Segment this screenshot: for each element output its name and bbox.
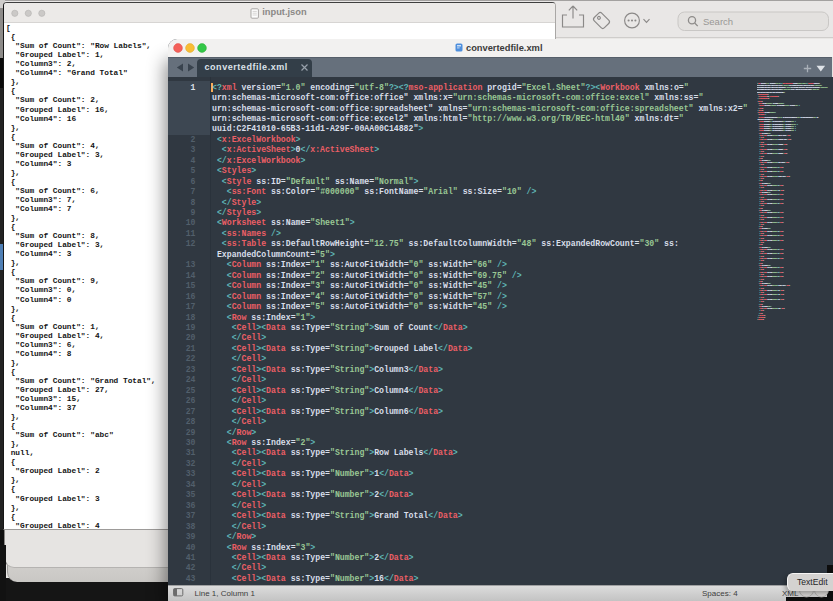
svg-text:Search: Search xyxy=(703,15,733,26)
